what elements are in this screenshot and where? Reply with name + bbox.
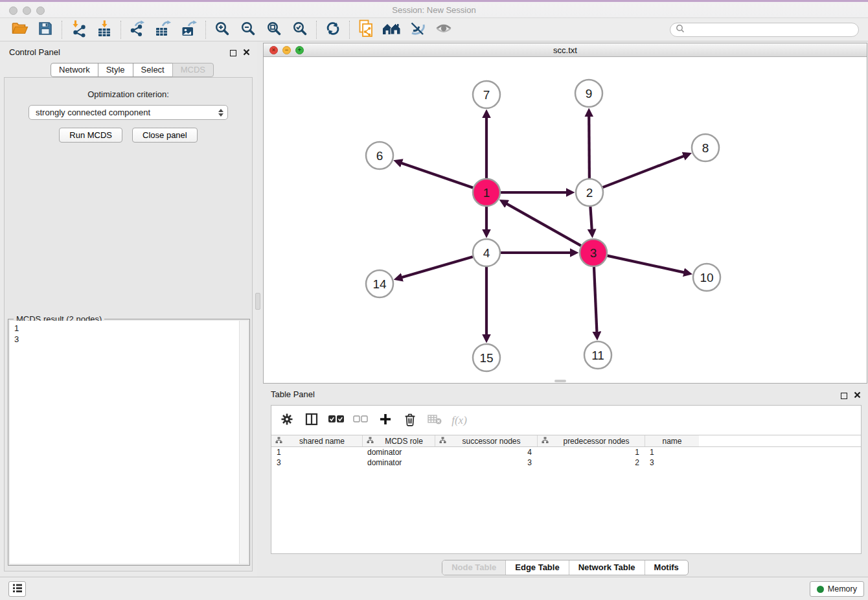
dropdown-stepper-icon [218, 109, 223, 117]
column-header-name[interactable]: name [645, 435, 699, 446]
zoom-fit-button[interactable] [261, 19, 287, 40]
edge-1-6[interactable] [401, 163, 473, 187]
main-toolbar [0, 18, 868, 41]
memory-button[interactable]: Memory [810, 581, 864, 597]
cell-name[interactable]: 1 [645, 448, 699, 457]
column-header-mcds-role[interactable]: MCDS role [362, 435, 435, 446]
network-canvas[interactable]: 7968124314101511 [264, 57, 867, 383]
table-header-row: shared nameMCDS rolesuccessor nodesprede… [271, 435, 861, 447]
cell-mcds-role[interactable]: dominator [362, 458, 435, 467]
edge-3-11[interactable] [594, 267, 597, 332]
tab-style[interactable]: Style [98, 63, 133, 77]
mcds-result-box: MCDS result (2 nodes) 1 3 [8, 319, 250, 566]
mcds-result-area[interactable]: 1 3 [10, 321, 239, 564]
cell-shared-name[interactable]: 3 [271, 458, 362, 467]
split-columns-button[interactable] [301, 411, 322, 430]
cell-name[interactable]: 3 [645, 458, 699, 467]
edge-2-9[interactable] [589, 116, 589, 178]
import-network-icon [70, 20, 87, 40]
close-table-panel-icon[interactable] [854, 391, 861, 400]
network-graph[interactable]: 7968124314101511 [264, 57, 867, 383]
edge-3-10[interactable] [607, 256, 684, 273]
node-label-6: 6 [376, 149, 383, 163]
edge-2-8[interactable] [603, 156, 685, 187]
optimization-criterion-label: Optimization criterion: [5, 89, 252, 99]
column-header-predecessor-nodes[interactable]: predecessor nodes [537, 435, 645, 446]
float-table-panel-icon[interactable] [841, 393, 847, 399]
cell-shared-name[interactable]: 1 [271, 448, 362, 457]
deselect-all-button[interactable] [350, 411, 371, 430]
column-header-shared-name[interactable]: shared name [271, 435, 362, 446]
tab-node-table[interactable]: Node Table [442, 560, 505, 575]
table-row[interactable]: 1dominator411 [271, 447, 861, 457]
search-box[interactable] [670, 23, 859, 37]
import-network-button[interactable] [65, 19, 91, 40]
table-row[interactable]: 3dominator323 [271, 457, 861, 468]
tab-select[interactable]: Select [133, 63, 173, 77]
import-table-button[interactable] [91, 19, 117, 40]
edge-2-3[interactable] [590, 207, 591, 230]
select-all-button[interactable] [326, 411, 347, 430]
cell-mcds-role[interactable]: dominator [362, 448, 435, 457]
node-4[interactable]: 4 [473, 239, 500, 266]
show-hide-button[interactable] [431, 19, 457, 40]
tab-network[interactable]: Network [51, 63, 98, 77]
cell-successor-nodes[interactable]: 4 [435, 448, 537, 457]
run-mcds-button[interactable]: Run MCDS [59, 128, 122, 143]
canvas-scrollbar-handle[interactable] [554, 380, 566, 382]
add-column-button[interactable] [375, 411, 396, 430]
criterion-dropdown[interactable]: strongly connected component [29, 105, 228, 120]
float-panel-icon[interactable] [230, 50, 236, 56]
zoom-out-button[interactable] [235, 19, 261, 40]
tab-mcds[interactable]: MCDS [172, 63, 214, 77]
node-1[interactable]: 1 [473, 179, 500, 206]
node-14[interactable]: 14 [366, 270, 393, 297]
node-6[interactable]: 6 [366, 142, 393, 169]
delete-table-button[interactable] [424, 411, 445, 430]
apply-function-button[interactable]: f(x) [449, 411, 470, 430]
export-network-button[interactable] [124, 19, 150, 40]
task-history-button[interactable] [8, 581, 26, 597]
result-scrollbar[interactable] [239, 321, 248, 564]
zoom-selected-button[interactable] [287, 19, 313, 40]
tab-edge-table[interactable]: Edge Table [505, 560, 568, 575]
edge-3-1[interactable] [506, 203, 580, 246]
cell-successor-nodes[interactable]: 3 [435, 458, 537, 467]
delete-column-button[interactable] [400, 411, 420, 430]
zoom-in-icon [214, 21, 230, 38]
edge-4-14[interactable] [402, 257, 473, 277]
tab-motifs[interactable]: Motifs [645, 560, 688, 575]
node-3[interactable]: 3 [580, 239, 607, 266]
node-8[interactable]: 8 [692, 134, 719, 161]
panel-splitter-handle[interactable] [255, 293, 260, 310]
close-panel-icon[interactable] [243, 48, 250, 58]
open-session-button[interactable] [6, 19, 32, 40]
node-2[interactable]: 2 [576, 179, 603, 206]
duplicate-network-button[interactable] [353, 19, 379, 40]
apply-style-button[interactable] [405, 19, 431, 40]
column-settings-button[interactable] [277, 411, 297, 430]
node-7[interactable]: 7 [473, 81, 500, 108]
node-label-4: 4 [483, 246, 490, 260]
export-table-button[interactable] [150, 19, 176, 40]
node-9[interactable]: 9 [575, 80, 602, 107]
network-window-titlebar[interactable]: × − + scc.txt [264, 43, 867, 57]
node-15[interactable]: 15 [473, 344, 500, 371]
memory-status-icon [817, 586, 824, 593]
save-session-button[interactable] [32, 19, 58, 40]
export-image-button[interactable] [176, 19, 202, 40]
column-header-successor-nodes[interactable]: successor nodes [435, 435, 537, 446]
cell-predecessor-nodes[interactable]: 2 [537, 458, 645, 467]
node-11[interactable]: 11 [584, 341, 611, 369]
houses-icon [382, 21, 402, 38]
node-label-9: 9 [586, 87, 593, 100]
node-10[interactable]: 10 [693, 264, 720, 291]
refresh-layout-button[interactable] [320, 19, 346, 40]
tab-network-table[interactable]: Network Table [569, 560, 645, 575]
cell-predecessor-nodes[interactable]: 1 [537, 448, 645, 457]
close-panel-button[interactable]: Close panel [132, 128, 198, 143]
home-button[interactable] [379, 19, 405, 40]
memory-label: Memory [828, 584, 857, 594]
search-input[interactable] [687, 25, 853, 34]
zoom-in-button[interactable] [209, 19, 235, 40]
